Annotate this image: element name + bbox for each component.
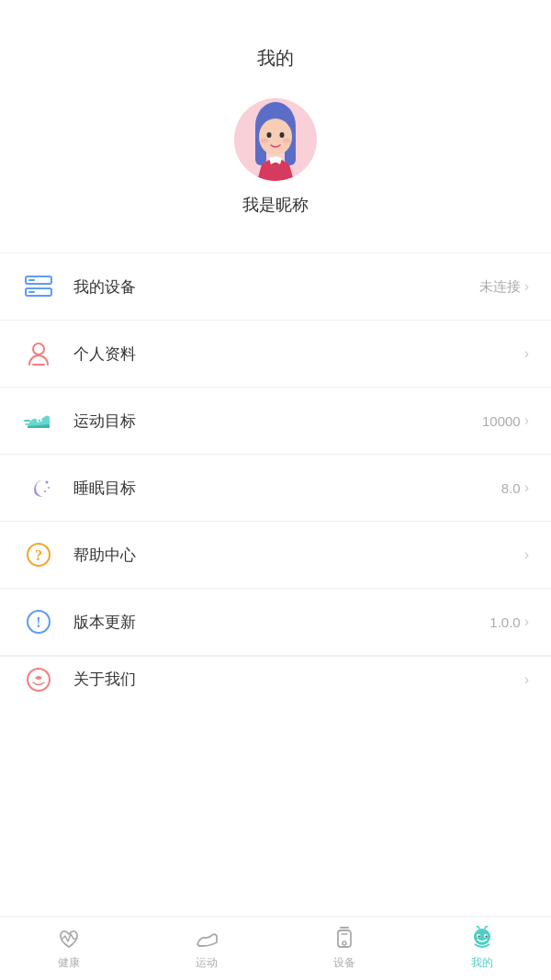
profile-name: 我是昵称 [242, 194, 309, 216]
version-label: 版本更新 [73, 612, 489, 633]
help-icon: ? [22, 538, 55, 571]
version-value: 1.0.0 [489, 614, 520, 630]
svg-text:!: ! [36, 614, 40, 630]
page-title: 我的 [0, 0, 551, 89]
menu-item-version[interactable]: ! 版本更新 1.0.0 › [0, 589, 551, 656]
help-label: 帮助中心 [73, 545, 521, 566]
nav-item-sport[interactable]: 运动 [138, 926, 276, 971]
svg-point-31 [474, 929, 490, 945]
svg-point-35 [486, 936, 488, 938]
device-chevron: › [524, 278, 529, 295]
svg-point-5 [267, 132, 272, 138]
nav-item-health[interactable]: 健康 [0, 926, 138, 971]
version-icon: ! [22, 605, 55, 638]
device-nav-icon [332, 926, 357, 952]
svg-point-28 [343, 941, 346, 945]
device-icon [22, 270, 55, 303]
menu-item-sleep-goal[interactable]: 睡眠目标 8.0 › [0, 455, 551, 522]
bottom-nav: 健康 运动 设备 [0, 916, 551, 980]
svg-point-7 [261, 139, 268, 143]
device-value: 未连接 [479, 278, 521, 296]
sport-goal-chevron: › [524, 412, 529, 429]
person-icon [22, 337, 55, 370]
sport-goal-label: 运动目标 [73, 411, 482, 432]
profile-label: 个人资料 [73, 344, 521, 365]
svg-text:?: ? [35, 547, 42, 563]
sleep-goal-chevron: › [524, 479, 529, 496]
svg-point-21 [44, 490, 46, 492]
menu-item-device[interactable]: 我的设备 未连接 › [0, 253, 551, 321]
health-nav-icon [56, 926, 82, 952]
profile-section: 我是昵称 [0, 89, 551, 243]
svg-point-34 [478, 936, 480, 938]
profile-chevron: › [524, 345, 529, 362]
sport-nav-label: 运动 [196, 955, 218, 971]
health-nav-label: 健康 [58, 955, 80, 971]
mine-nav-label: 我的 [471, 955, 493, 971]
menu-item-profile[interactable]: 个人资料 › [0, 321, 551, 388]
mine-nav-icon [469, 926, 495, 952]
sport-goal-value: 10000 [482, 413, 521, 429]
svg-point-13 [33, 344, 44, 355]
version-chevron: › [524, 614, 529, 630]
menu-item-sport-goal[interactable]: 运动目标 10000 › [0, 388, 551, 455]
sleep-icon [22, 471, 55, 504]
svg-point-8 [283, 139, 290, 143]
svg-point-19 [46, 481, 49, 484]
sport-icon [22, 404, 55, 437]
avatar[interactable] [234, 98, 317, 181]
sleep-goal-label: 睡眠目标 [73, 478, 501, 499]
about-chevron: › [524, 671, 529, 688]
nav-item-mine[interactable]: 我的 [413, 926, 551, 971]
svg-point-20 [48, 487, 50, 489]
menu-list: 我的设备 未连接 › 个人资料 › [0, 253, 551, 702]
menu-item-help[interactable]: ? 帮助中心 › [0, 522, 551, 589]
svg-point-6 [280, 132, 285, 138]
device-label: 我的设备 [73, 276, 479, 298]
nav-item-device[interactable]: 设备 [276, 926, 413, 971]
sport-nav-icon [194, 926, 219, 952]
svg-point-4 [259, 118, 292, 155]
about-label: 关于我们 [73, 669, 524, 690]
about-icon [22, 663, 55, 696]
help-chevron: › [524, 546, 529, 563]
menu-item-about[interactable]: 关于我们 › [0, 656, 551, 702]
sleep-goal-value: 8.0 [501, 480, 521, 496]
device-nav-label: 设备 [333, 955, 355, 971]
svg-line-16 [40, 418, 41, 422]
